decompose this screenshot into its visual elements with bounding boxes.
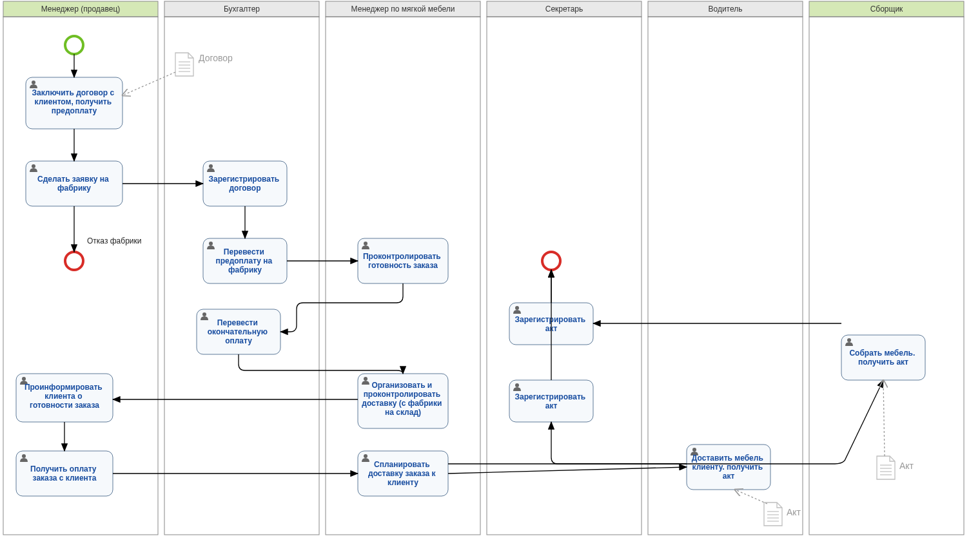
data-object-act-assembler: Акт [877, 456, 914, 479]
data-object-contract: Договор [175, 53, 233, 76]
svg-text:Договор: Договор [199, 53, 233, 63]
lane-label: Секретарь [545, 5, 583, 14]
svg-text:Акт: Акт [787, 507, 801, 517]
start-event[interactable] [65, 36, 83, 54]
svg-text:Собрать мебель.
    получить а: Собрать мебель. получить акт [849, 349, 917, 367]
task-t4[interactable]: Перевести предоплату на фабрику [203, 238, 287, 283]
svg-text:Проконтролировать
    готовнос: Проконтролировать готовность заказа [363, 252, 443, 270]
data-object-act-driver: Акт [764, 503, 801, 526]
task-t10[interactable]: Спланировать доставку заказа к клиенту [358, 451, 448, 496]
task-t11[interactable]: Доставить мебель клиенту. получить акт [687, 445, 770, 490]
flow-t11-t12 [551, 422, 687, 464]
task-t8[interactable]: Проинформировать клиента о готовности за… [16, 374, 113, 422]
svg-rect-12 [487, 17, 642, 535]
task-t7[interactable]: Организовать и проконтролировать доставк… [358, 374, 448, 428]
task-t1[interactable]: Заключить договор с клиентом, получить п… [26, 77, 122, 129]
lane-label: Сборщик [870, 5, 903, 14]
lane-label: Водитель [708, 5, 742, 14]
task-t6[interactable]: Перевести окончательную оплату [197, 309, 280, 354]
task-t5[interactable]: Проконтролировать готовность заказа [358, 238, 448, 283]
lane-6: Сборщик [809, 1, 964, 535]
lane-label: Менеджер (продавец) [41, 5, 121, 14]
flow-t5-t6 [280, 283, 403, 332]
end-event-final[interactable] [542, 252, 560, 270]
assoc-d1-t1 [122, 72, 175, 95]
task-t13[interactable]: Собрать мебель. получить акт [841, 335, 925, 380]
flow-t10-t11 [448, 467, 687, 474]
task-t12[interactable]: Зарегистрировать акт [509, 380, 593, 422]
end-event-refusal[interactable] [65, 252, 83, 270]
assoc-d3-t13 [883, 380, 885, 456]
task-t2[interactable]: Сделать заявку на фабрику [26, 161, 122, 206]
lane-label: Менеджер по мягкой мебели [351, 5, 455, 14]
lane-label: Бухгалтер [224, 5, 260, 14]
end-event-label: Отказ фабрики [87, 236, 141, 245]
svg-text:Акт: Акт [899, 461, 914, 471]
task-t9[interactable]: Получить оплату заказа с клиента [16, 451, 113, 496]
task-t3[interactable]: Зарегистрировать договор [203, 161, 287, 206]
svg-rect-16 [809, 17, 964, 535]
lane-4: Секретарь [487, 1, 642, 535]
assoc-d2-t11 [735, 490, 767, 504]
svg-text:Получить оплату
    заказа с к: Получить оплату заказа с клиента [30, 464, 99, 483]
flow-t6-t7 [239, 354, 403, 374]
